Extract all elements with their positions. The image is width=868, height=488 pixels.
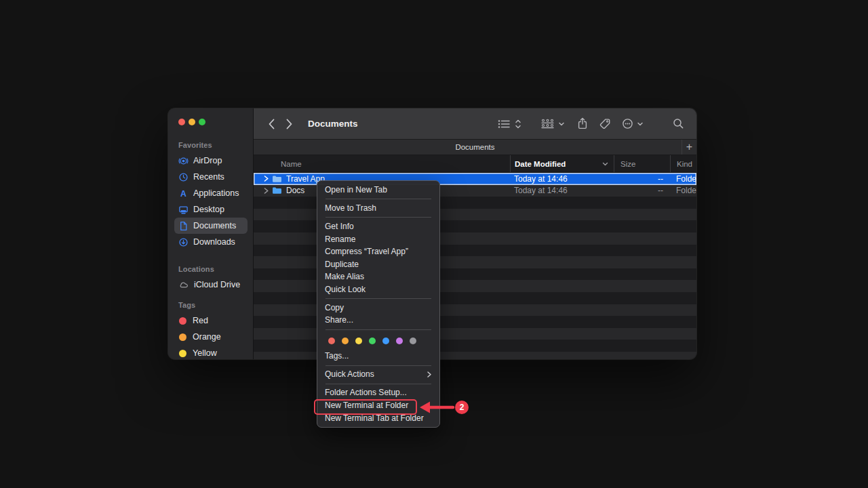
sidebar-item-icloud-drive[interactable]: iCloud Drive [174,277,248,293]
file-date: Today at 14:46 [510,174,614,184]
chevron-right-icon [285,118,293,130]
sidebar-section-locations: Locations [178,265,253,273]
menu-item-share[interactable]: Share... [317,314,439,327]
sidebar-item-applications[interactable]: A Applications [174,185,248,201]
tab-bar: Documents + [254,139,696,155]
column-header-kind[interactable]: Kind [670,155,696,172]
group-icon [540,119,555,129]
sidebar-item-label: Recents [193,172,224,182]
sidebar-item-documents[interactable]: Documents [174,218,248,234]
sidebar-item-tag-orange[interactable]: Orange [174,329,248,345]
blue-tag-dot[interactable] [382,338,389,344]
share-button[interactable] [577,117,588,130]
more-options-button[interactable] [622,118,644,129]
context-menu: Open in New Tab Move to Trash Get Info R… [317,180,440,428]
menu-item-get-info[interactable]: Get Info [317,220,439,233]
column-header-size[interactable]: Size [614,155,670,172]
sort-chevron-icon [601,161,609,167]
desktop: Favorites AirDrop Recents [0,0,868,488]
window-controls [178,118,253,126]
sidebar-item-label: AirDrop [193,156,222,165]
sidebar-item-tag-yellow[interactable]: Yellow [174,345,248,359]
zoom-button[interactable] [199,119,205,125]
chevron-down-icon [636,121,644,127]
menu-item-quick-actions[interactable]: Quick Actions [317,368,439,381]
close-button[interactable] [178,119,185,125]
search-button[interactable] [673,118,684,129]
menu-separator [326,199,431,199]
file-date: Today at 14:46 [510,186,614,195]
sidebar-section-tags: Tags [178,301,253,309]
menu-item-rename[interactable]: Rename [317,233,439,246]
tags-button[interactable] [599,118,611,129]
menu-separator [326,365,431,366]
search-icon [673,118,684,129]
share-icon [577,117,588,130]
sidebar-item-tag-red[interactable]: Red [174,312,248,329]
view-mode-button[interactable] [497,119,511,129]
downloads-icon [178,237,189,247]
yellow-tag-dot[interactable] [355,338,362,344]
document-icon [178,221,189,231]
annotation-highlight-box [314,399,417,415]
sidebar-item-desktop[interactable]: Desktop [174,201,248,218]
menu-item-label: Quick Actions [325,368,374,381]
gray-tag-dot[interactable] [410,338,416,344]
red-tag-icon [179,317,186,325]
red-tag-dot[interactable] [328,338,335,344]
cloud-icon [178,280,189,290]
menu-separator [326,384,431,384]
menu-item-compress[interactable]: Compress “Travel App” [317,245,439,258]
sidebar-item-label: Desktop [193,205,224,214]
group-by-button[interactable] [540,119,566,129]
airdrop-icon [178,156,189,166]
tab-documents[interactable]: Documents [254,143,696,151]
column-header-label: Date Modified [515,160,566,168]
disclosure-chevron-icon[interactable] [263,187,269,195]
ellipsis-circle-icon [622,118,633,129]
menu-item-copy[interactable]: Copy [317,302,439,314]
purple-tag-dot[interactable] [396,338,403,344]
sidebar-item-recents[interactable]: Recents [174,169,248,185]
file-kind: Folder [670,186,696,195]
yellow-tag-icon [179,350,186,357]
menu-item-move-to-trash[interactable]: Move to Trash [317,202,439,215]
window-title: Documents [308,119,358,129]
folder-icon [272,186,282,195]
column-header-date-modified[interactable]: Date Modified [510,155,614,172]
new-tab-button[interactable]: + [682,140,696,155]
menu-item-open-in-new-tab[interactable]: Open in New Tab [317,184,439,197]
view-mode-chevrons[interactable] [515,119,521,129]
sidebar-item-downloads[interactable]: Downloads [174,234,248,250]
sidebar: Favorites AirDrop Recents [168,108,254,359]
submenu-chevron-icon [427,371,432,378]
orange-tag-icon [179,333,186,341]
toolbar: Documents [254,108,696,139]
list-view-icon [497,119,511,129]
menu-item-tags[interactable]: Tags... [317,350,439,363]
sidebar-item-label: Documents [193,221,236,230]
svg-text:A: A [180,188,186,198]
column-headers: Name Date Modified Size Kind [254,155,696,173]
menu-separator [326,329,431,330]
minimize-button[interactable] [189,119,195,125]
column-header-name[interactable]: Name [254,155,510,172]
disclosure-chevron-icon[interactable] [263,175,269,182]
menu-item-make-alias[interactable]: Make Alias [317,270,439,283]
back-button[interactable] [268,118,275,130]
file-size: -- [614,186,670,195]
sidebar-item-label: Red [193,316,208,325]
desktop-icon [178,205,189,215]
green-tag-dot[interactable] [369,338,376,344]
chevron-left-icon [268,118,275,130]
sidebar-item-label: Applications [193,188,239,198]
tag-icon [599,118,611,129]
menu-item-duplicate[interactable]: Duplicate [317,258,439,271]
forward-button[interactable] [285,118,293,130]
menu-item-quick-look[interactable]: Quick Look [317,283,439,296]
chevron-down-icon [557,121,566,127]
menu-separator [326,217,431,218]
orange-tag-dot[interactable] [342,338,349,344]
menu-tag-colors [317,332,439,350]
sidebar-item-airdrop[interactable]: AirDrop [174,152,248,169]
